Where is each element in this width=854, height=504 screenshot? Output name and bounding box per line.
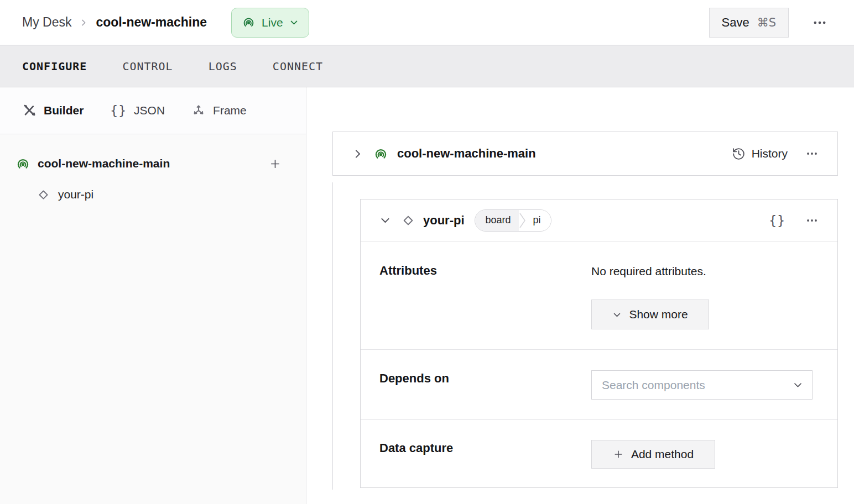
chevron-right-icon [352, 148, 363, 160]
diamond-icon [37, 188, 50, 202]
view-tab-json-label: JSON [134, 104, 165, 117]
broadcast-icon [242, 15, 256, 29]
sidebar-view-switcher: Builder {} JSON Frame [0, 87, 306, 134]
component-type-badge: board pi [475, 209, 551, 232]
part-more-menu-button[interactable] [802, 144, 822, 164]
ellipsis-icon [805, 214, 819, 227]
save-button[interactable]: Save ⌘S [709, 8, 789, 38]
data-capture-section: Data capture Add method [361, 419, 837, 489]
resource-tree: cool-new-machine-main your-pi [0, 134, 306, 208]
broadcast-icon [15, 156, 30, 171]
tab-logs[interactable]: LOGS [209, 56, 237, 76]
broadcast-icon [373, 146, 388, 161]
chevron-down-icon [289, 18, 299, 27]
live-status-label: Live [262, 16, 283, 29]
tab-connect[interactable]: CONNECT [273, 56, 323, 76]
save-button-label: Save [722, 15, 749, 30]
header-more-menu-button[interactable] [808, 11, 832, 35]
chevron-down-icon [379, 214, 391, 226]
braces-icon: {} [769, 213, 785, 228]
view-tab-frame-label: Frame [213, 104, 247, 117]
view-tab-builder-label: Builder [44, 104, 84, 117]
tab-configure[interactable]: CONFIGURE [22, 56, 87, 76]
search-components-input[interactable] [592, 371, 793, 399]
show-more-button[interactable]: Show more [591, 300, 709, 329]
ellipsis-icon [812, 15, 827, 30]
badge-chevron-separator-icon [519, 210, 527, 231]
save-shortcut-hint: ⌘S [757, 16, 776, 29]
machine-part-title: cool-new-machine-main [397, 146, 536, 161]
depends-on-select[interactable] [591, 370, 813, 400]
attributes-section: Attributes No required attributes. Show … [361, 242, 837, 349]
history-button[interactable]: History [732, 147, 788, 161]
component-more-menu-button[interactable] [802, 211, 822, 230]
view-tab-builder[interactable]: Builder [22, 103, 84, 118]
add-method-label: Add method [631, 448, 694, 461]
plus-icon [613, 449, 624, 460]
machine-config-page: My Desk cool-new-machine Live Save ⌘S [0, 0, 854, 504]
tree-item-machine-part[interactable]: cool-new-machine-main [0, 150, 306, 177]
expand-part-button[interactable] [352, 145, 367, 163]
depends-on-section: Depends on [361, 349, 837, 419]
chevron-down-icon [793, 380, 803, 390]
crossed-tools-icon [22, 103, 37, 118]
config-sidebar: Builder {} JSON Frame [0, 87, 306, 504]
view-tab-frame[interactable]: Frame [191, 103, 247, 118]
add-method-button[interactable]: Add method [591, 440, 715, 469]
depends-on-label: Depends on [379, 371, 449, 386]
ellipsis-icon [805, 147, 819, 160]
diamond-icon [401, 213, 415, 228]
attributes-label: Attributes [379, 264, 437, 278]
view-tab-json[interactable]: {} JSON [110, 103, 165, 118]
tree-connector-line [332, 182, 333, 490]
machine-status-dropdown[interactable]: Live [231, 8, 309, 38]
top-header: My Desk cool-new-machine Live Save ⌘S [0, 0, 854, 45]
tree-item-component[interactable]: your-pi [0, 181, 306, 208]
main-tab-bar: CONFIGURE CONTROL LOGS CONNECT [0, 45, 854, 87]
component-name: your-pi [423, 213, 465, 228]
tab-control[interactable]: CONTROL [122, 56, 173, 76]
component-type: board [475, 210, 519, 231]
breadcrumb-current: cool-new-machine [96, 15, 207, 30]
chevron-down-icon [612, 310, 622, 319]
header-actions: Save ⌘S [709, 8, 832, 38]
component-card-header: your-pi board pi {} [361, 200, 837, 242]
add-resource-button[interactable] [267, 155, 284, 172]
breadcrumb-chevron-icon [79, 18, 88, 27]
tree-item-label: cool-new-machine-main [38, 157, 170, 170]
machine-part-card: cool-new-machine-main History [332, 132, 838, 176]
component-json-button[interactable]: {} [766, 210, 789, 231]
tree-item-label: your-pi [58, 188, 93, 201]
axes-icon [191, 103, 206, 118]
history-button-label: History [752, 147, 788, 160]
breadcrumb-parent-link[interactable]: My Desk [22, 15, 71, 30]
component-card-your-pi: your-pi board pi {} Attributes No requir… [360, 199, 838, 488]
attributes-empty-text: No required attributes. [591, 265, 706, 278]
braces-icon: {} [110, 103, 127, 118]
history-clock-icon [732, 147, 746, 161]
data-capture-label: Data capture [379, 441, 453, 455]
plus-icon [269, 158, 282, 170]
component-model: pi [527, 210, 551, 231]
collapse-component-button[interactable] [379, 211, 394, 229]
show-more-label: Show more [629, 308, 688, 321]
